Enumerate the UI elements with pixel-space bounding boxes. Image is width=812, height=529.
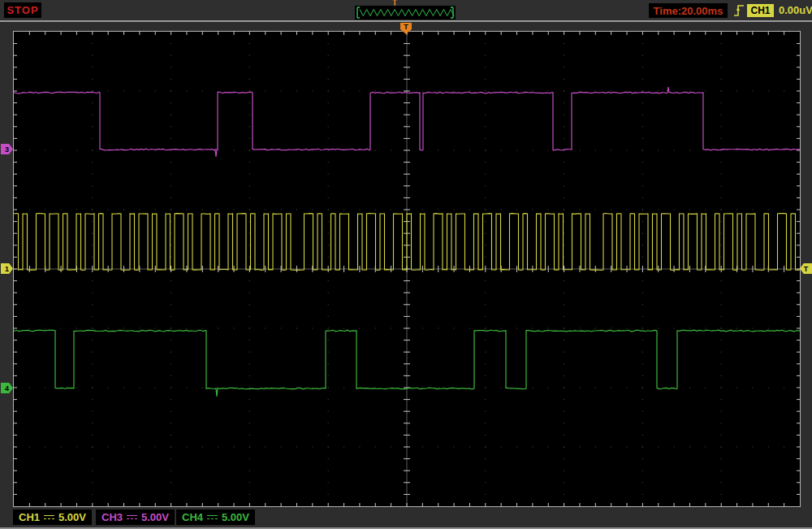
graticule	[13, 31, 801, 507]
dc-coupling-icon	[44, 514, 54, 521]
ch3-ground-marker[interactable]: 3	[1, 144, 13, 154]
trigger-level-readout: 0.00uV	[779, 4, 812, 16]
ch1-label: CH1	[19, 511, 40, 523]
trigger-level-marker[interactable]: T	[800, 263, 812, 274]
trigger-slope-rising-icon	[733, 3, 745, 18]
dc-coupling-icon	[207, 514, 218, 521]
ch1-ground-marker[interactable]: 1	[1, 263, 13, 274]
waveform-preview-strip[interactable]	[355, 6, 456, 20]
channel-status-bar: CH1 5.00V CH3 5.00V CH4 5.00V	[0, 508, 812, 529]
ch1-vertical-badge[interactable]: CH1 5.00V	[13, 509, 92, 525]
waveform-plot	[14, 32, 800, 506]
ch4-vertical-badge[interactable]: CH4 5.00V	[176, 509, 255, 525]
ch3-vertical-badge[interactable]: CH3 5.00V	[96, 509, 175, 525]
ch1-scale: 5.00V	[58, 511, 86, 523]
top-status-bar: STOP T Time:20.00ms CH1 0.00uV	[0, 0, 812, 22]
ch3-label: CH3	[102, 511, 123, 523]
display-area: 3 1 4 T T	[0, 22, 812, 508]
oscilloscope-screen: STOP T Time:20.00ms CH1 0.00uV 3 1 4 T T…	[0, 0, 812, 529]
ch4-scale: 5.00V	[222, 511, 249, 523]
ch3-scale: 5.00V	[141, 511, 169, 523]
trigger-source-badge[interactable]: CH1	[747, 4, 774, 17]
ch4-ground-marker[interactable]: 4	[1, 383, 13, 393]
timebase-readout[interactable]: Time:20.00ms	[649, 3, 728, 18]
ch4-label: CH4	[182, 511, 203, 523]
acquisition-status-badge[interactable]: STOP	[4, 2, 41, 18]
dc-coupling-icon	[127, 514, 137, 521]
preview-waveform-icon	[355, 6, 456, 20]
